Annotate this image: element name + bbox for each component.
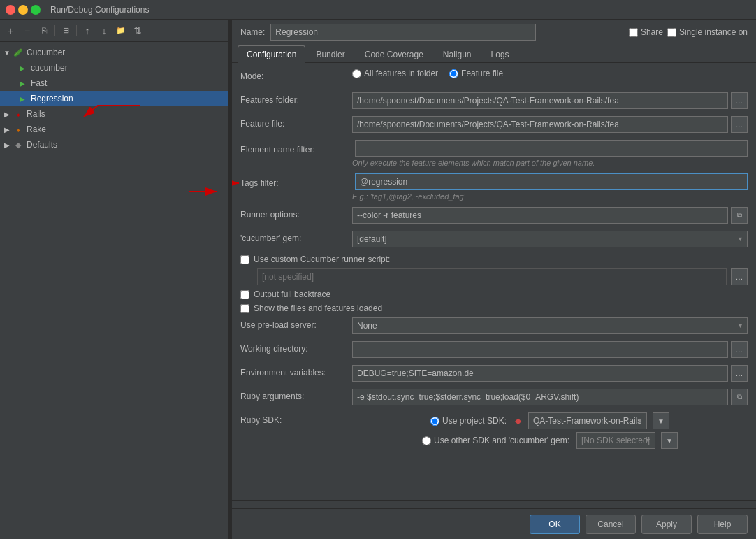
toolbar-sep-2 [76,25,77,36]
use-project-sdk-row: Use project SDK: ◆ QA-Test-Framework-on-… [430,412,669,429]
mode-feature-file-radio[interactable] [449,69,458,78]
working-dir-row: Working directory: … [240,341,748,359]
horizontal-scrollbar[interactable] [232,500,756,508]
tabs-bar: Configuration Bundler Code Coverage Nail… [232,45,756,63]
element-name-filter-input[interactable] [355,140,748,157]
defaults-icon: ◆ [13,139,24,150]
move-up-button[interactable]: ↑ [80,23,95,38]
tree-item-defaults-root[interactable]: ▶ ◆ Defaults [0,137,228,152]
ok-label: OK [548,519,560,529]
env-vars-browse-button[interactable]: … [731,365,748,382]
tab-logs[interactable]: Logs [482,45,518,63]
runner-options-ext-button[interactable]: ⧉ [731,207,748,224]
use-project-sdk-radio[interactable] [430,417,439,426]
share-checkbox[interactable] [629,28,638,37]
features-folder-row: Features folder: … [240,92,748,110]
tab-configuration[interactable]: Configuration [238,45,305,63]
share-checkbox-label[interactable]: Share [629,27,663,37]
window-controls[interactable] [6,5,41,15]
ruby-sdk-content: Use project SDK: ◆ QA-Test-Framework-on-… [352,412,748,449]
mode-all-features-label: All features in folder [364,69,438,78]
custom-runner-input[interactable] [257,268,727,285]
minimize-button[interactable] [18,5,28,15]
expand-icon-rake: ▶ [3,125,11,134]
use-other-sdk-option[interactable]: Use other SDK and 'cucumber' gem: [422,436,569,445]
tags-filter-input[interactable] [355,173,748,190]
tab-nailgun[interactable]: Nailgun [434,45,481,63]
custom-runner-browse-button[interactable]: … [731,268,748,285]
copy-icon: ⎘ [42,26,47,36]
mode-feature-file-option[interactable]: Feature file [449,69,503,78]
features-folder-browse-button[interactable]: … [731,92,748,109]
tags-filter-label: Tags filter: [240,175,352,188]
window-title: Run/Debug Configurations [50,5,149,15]
cancel-button[interactable]: Cancel [586,515,636,534]
maximize-button[interactable] [31,5,41,15]
config-tree: ▼ 🥒 Cucumber ▶ cucumber ▶ Fast ▶ Regress… [0,42,228,539]
working-dir-input[interactable] [352,341,728,358]
show-files-label: Show the files and features loaded [254,303,382,313]
use-custom-runner-label: Use custom Cucumber runner script: [254,254,390,264]
move-down-button[interactable]: ↓ [96,23,112,38]
name-input[interactable] [270,24,536,41]
tab-configuration-label: Configuration [247,50,296,59]
main-container: + − ⎘ ⊞ ↑ ↓ 📁 ⇅ [0,20,756,539]
add-config-button[interactable]: + [3,23,18,38]
other-sdk-select[interactable]: [No SDK selected] [576,432,655,449]
folder-icon: 📁 [116,26,126,35]
project-sdk-select[interactable]: QA-Test-Framework-on-Rails [528,412,647,429]
mode-all-features-radio[interactable] [352,69,361,78]
feature-file-input[interactable] [352,116,728,133]
name-label: Name: [240,27,265,37]
remove-config-button[interactable]: − [20,23,35,38]
ruby-args-input[interactable] [352,389,728,405]
env-vars-input[interactable] [352,365,728,382]
apply-label: Apply [656,519,677,529]
tree-item-cucumber-root[interactable]: ▼ 🥒 Cucumber [0,45,228,60]
tree-item-rails-root[interactable]: ▶ ⬥ Rails [0,106,228,122]
close-button[interactable] [6,5,15,15]
features-folder-input[interactable] [352,92,728,109]
apply-button[interactable]: Apply [641,515,692,534]
tab-code-coverage[interactable]: Code Coverage [356,45,432,63]
down-arrow-icon: ↓ [102,25,107,36]
tab-bundler[interactable]: Bundler [307,45,354,63]
plus-icon: + [8,25,13,36]
preload-server-select[interactable]: None [352,317,748,334]
tree-item-regression[interactable]: ▶ Regression [0,91,228,106]
use-custom-runner-checkbox[interactable] [240,255,249,264]
cucumber-gem-content: [default] [352,231,748,247]
use-project-sdk-option[interactable]: Use project SDK: [430,416,507,426]
tree-label-rails: Rails [27,109,45,119]
rake-icon: ⬥ [13,124,24,135]
project-sdk-ext-button[interactable]: ▼ [653,412,669,429]
group-button[interactable]: ⊞ [58,23,73,38]
copy-config-button[interactable]: ⎘ [36,23,52,38]
output-backtrace-checkbox[interactable] [240,290,249,299]
help-button[interactable]: Help [697,515,748,534]
share-label: Share [641,27,663,37]
folder-button[interactable]: 📁 [113,23,129,38]
use-other-sdk-radio[interactable] [422,436,431,445]
features-folder-label: Features folder: [240,92,352,105]
ruby-args-ext-button[interactable]: ⧉ [731,389,748,405]
cucumber-gem-row: 'cucumber' gem: [default] [240,231,748,249]
show-files-checkbox[interactable] [240,304,249,313]
single-instance-checkbox[interactable] [667,28,676,37]
preload-server-label: Use pre-load server: [240,317,352,330]
runner-options-input[interactable] [352,207,728,224]
feature-file-browse-button[interactable]: … [731,116,748,133]
single-instance-checkbox-label[interactable]: Single instance on [667,27,748,37]
other-sdk-ext-button[interactable]: ▼ [661,432,678,449]
tree-item-cucumber[interactable]: ▶ cucumber [0,60,228,76]
cucumber-gem-select[interactable]: [default] [352,231,748,247]
tree-item-rake-root[interactable]: ▶ ⬥ Rake [0,122,228,137]
sort-button[interactable]: ⇅ [130,23,145,38]
mode-all-features-option[interactable]: All features in folder [352,69,438,78]
tags-filter-hint: E.g.: 'tag1,@tag2,~excluded_tag' [352,192,465,201]
working-dir-browse-button[interactable]: … [731,341,748,358]
ok-button[interactable]: OK [530,515,580,534]
element-name-filter-label: Element name filter: [240,142,352,154]
tree-item-fast[interactable]: ▶ Fast [0,76,228,91]
mode-radio-group: All features in folder Feature file [352,69,748,78]
